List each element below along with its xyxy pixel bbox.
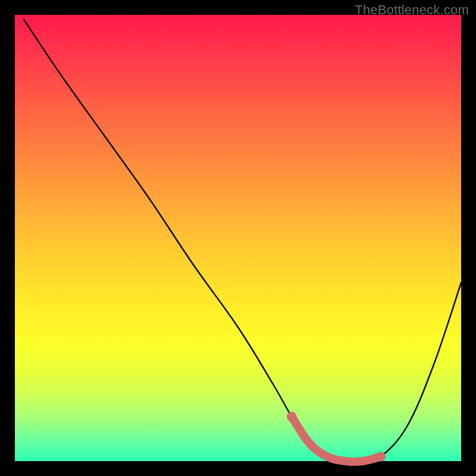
optimal-range-highlight <box>292 416 381 462</box>
chart-svg <box>15 15 461 461</box>
chart-frame: TheBottleneck.com <box>0 0 476 476</box>
highlight-endpoint-right <box>376 452 386 462</box>
highlight-endpoint-left <box>287 412 296 421</box>
bottleneck-curve-line <box>24 20 461 462</box>
chart-plot-area <box>15 15 461 461</box>
watermark-text: TheBottleneck.com <box>355 2 469 18</box>
